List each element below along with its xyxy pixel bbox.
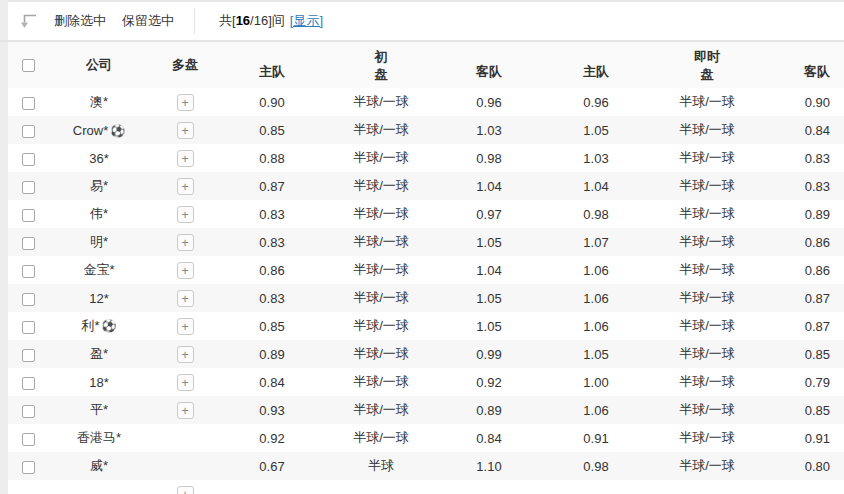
row-checkbox[interactable] <box>22 181 35 194</box>
company-cell: 香港马* <box>48 424 150 452</box>
live-home-odds: 1.03 <box>540 144 652 172</box>
initial-handicap: 半球/一球 <box>324 340 438 368</box>
initial-handicap: 半球/一球 <box>324 144 438 172</box>
delete-selected-button[interactable]: 删除选中 <box>54 12 106 30</box>
row-checkbox[interactable] <box>22 461 35 474</box>
soccer-ball-icon: ⚽ <box>110 124 125 138</box>
expand-button[interactable]: + <box>177 318 194 335</box>
table-row: 香港马* 0.92 半球/一球 0.84 0.91 半球/一球 0.91 <box>8 424 844 452</box>
table-row: 伟* + 0.83 半球/一球 0.97 0.98 半球/一球 0.89 <box>8 200 844 228</box>
live-handicap: 半球/一球 <box>652 424 762 452</box>
live-handicap: 半球/一球 <box>652 228 762 256</box>
expand-button[interactable]: + <box>177 486 194 494</box>
expand-button[interactable]: + <box>177 150 194 167</box>
expand-button[interactable]: + <box>177 346 194 363</box>
initial-away-odds: 0.99 <box>438 340 540 368</box>
table-row: 金宝* + 0.86 半球/一球 1.04 1.06 半球/一球 0.86 <box>8 256 844 284</box>
row-checkbox[interactable] <box>22 433 35 446</box>
live-home-odds: 1.05 <box>540 116 652 144</box>
company-cell: 18* <box>48 368 150 396</box>
company-cell: 威* <box>48 452 150 480</box>
live-away-odds: 0.80 <box>762 452 844 480</box>
count-rest: /16]间 <box>250 13 285 28</box>
initial-home-odds: 0.86 <box>220 256 324 284</box>
live-home-odds: 1.00 <box>540 368 652 396</box>
bookmaker-count: 共[16/16]间[显示] <box>219 12 323 30</box>
initial-away-odds: 0.96 <box>438 88 540 116</box>
live-away-odds: 0.83 <box>762 144 844 172</box>
expand-button[interactable]: + <box>177 94 194 111</box>
row-checkbox[interactable] <box>22 265 35 278</box>
row-checkbox[interactable] <box>22 321 35 334</box>
header-row: 公司 多盘 主队 初盘 客队 主队 即时盘 客队 <box>8 42 844 88</box>
row-checkbox[interactable] <box>22 97 35 110</box>
row-checkbox[interactable] <box>22 405 35 418</box>
live-handicap: 半球/一球 <box>652 396 762 424</box>
row-checkbox[interactable] <box>22 237 35 250</box>
expand-button[interactable]: + <box>177 402 194 419</box>
company-name: 伟* <box>90 206 108 221</box>
company-cell <box>48 480 150 494</box>
company-name: 36* <box>89 151 109 166</box>
expand-button[interactable]: + <box>177 290 194 307</box>
company-name: 澳* <box>90 94 108 109</box>
initial-home-odds: 0.83 <box>220 200 324 228</box>
company-cell: 易* <box>48 172 150 200</box>
initial-away-odds: 1.04 <box>438 256 540 284</box>
row-checkbox[interactable] <box>22 377 35 390</box>
expand-button[interactable]: + <box>177 206 194 223</box>
odds-table-body: 澳* + 0.90 半球/一球 0.96 0.96 半球/一球 0.90 Cro… <box>8 88 844 494</box>
live-handicap-header: 盘 <box>701 66 714 84</box>
company-cell: 伟* <box>48 200 150 228</box>
initial-home-odds: 0.92 <box>220 424 324 452</box>
live-away-odds: 0.84 <box>762 116 844 144</box>
company-name: 平* <box>90 402 108 417</box>
company-name: 易* <box>90 178 108 193</box>
initial-away-odds: 1.03 <box>438 116 540 144</box>
initial-handicap: 半球/一球 <box>324 312 438 340</box>
initial-handicap: 半球/一球 <box>324 172 438 200</box>
toolbar-divider <box>194 8 195 34</box>
live-handicap: 半球/一球 <box>652 284 762 312</box>
expand-button[interactable]: + <box>177 234 194 251</box>
company-name: 利* <box>81 318 99 333</box>
company-cell: 金宝* <box>48 256 150 284</box>
initial-home-header: 主队 <box>259 63 285 81</box>
initial-handicap: 半球 <box>324 452 438 480</box>
live-handicap: 半球/一球 <box>652 368 762 396</box>
row-checkbox[interactable] <box>22 153 35 166</box>
expand-button[interactable]: + <box>177 122 194 139</box>
company-name: 盈* <box>90 346 108 361</box>
expand-button[interactable]: + <box>177 178 194 195</box>
live-away-odds: 0.89 <box>762 200 844 228</box>
company-cell: 明* <box>48 228 150 256</box>
company-header: 公司 <box>86 56 112 74</box>
table-row: Crow*⚽ + 0.85 半球/一球 1.03 1.05 半球/一球 0.84 <box>8 116 844 144</box>
select-all-checkbox[interactable] <box>22 59 35 72</box>
soccer-ball-icon: ⚽ <box>102 319 117 333</box>
company-cell: 盈* <box>48 340 150 368</box>
row-checkbox[interactable] <box>22 125 35 138</box>
expand-button[interactable]: + <box>177 374 194 391</box>
live-handicap: 半球/一球 <box>652 144 762 172</box>
initial-away-odds: 0.92 <box>438 368 540 396</box>
multi-odds-header: 多盘 <box>172 56 198 74</box>
show-link[interactable]: [显示] <box>290 13 323 28</box>
keep-selected-button[interactable]: 保留选中 <box>122 12 174 30</box>
row-checkbox[interactable] <box>22 349 35 362</box>
live-away-odds: 0.87 <box>762 312 844 340</box>
live-home-odds: 1.07 <box>540 228 652 256</box>
table-row: 盈* + 0.89 半球/一球 0.99 1.05 半球/一球 0.85 <box>8 340 844 368</box>
initial-handicap-header: 盘 <box>375 66 388 84</box>
row-checkbox[interactable] <box>22 209 35 222</box>
table-row: 12* + 0.83 半球/一球 1.05 1.06 半球/一球 0.87 <box>8 284 844 312</box>
row-checkbox[interactable] <box>22 293 35 306</box>
live-away-odds: 0.86 <box>762 228 844 256</box>
initial-away-odds: 1.05 <box>438 228 540 256</box>
company-name: 明* <box>90 234 108 249</box>
company-cell: 36* <box>48 144 150 172</box>
expand-button[interactable]: + <box>177 262 194 279</box>
company-name: 金宝* <box>83 262 114 277</box>
company-cell: Crow*⚽ <box>48 116 150 144</box>
initial-home-odds <box>220 480 324 494</box>
